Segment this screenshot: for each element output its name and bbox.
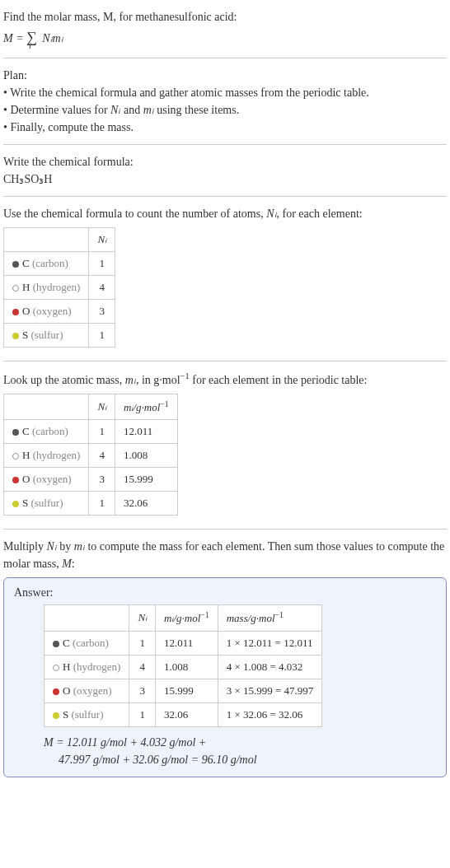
element-symbol: C [63,637,70,649]
element-cell: H (hydrogen) [45,655,129,679]
header-ni: Nᵢ [129,605,156,631]
ni-cell: 1 [89,252,115,276]
element-symbol: H [63,660,70,673]
element-dot-icon [53,688,59,695]
header-mi: mᵢ/g·mol−1 [156,605,218,631]
answer-eqn-line2: 47.997 g/mol + 32.06 g/mol = 96.10 g/mol [59,751,436,768]
element-name: (carbon) [30,425,68,437]
element-symbol: C [22,257,30,269]
element-symbol: O [22,473,30,485]
plan-title: Plan: [3,67,447,84]
element-name: (oxygen) [30,305,71,317]
multiply-mi: mᵢ [74,540,85,553]
count-table: Nᵢ C (carbon) 1 H (hydrogen) 4 O (oxygen… [3,227,115,348]
header-empty [45,605,129,631]
multiply-ni: Nᵢ [47,540,57,553]
plan-item-2: • Determine values for Nᵢ and mᵢ using t… [3,101,447,119]
element-name: (hydrogen) [30,281,80,293]
count-title: Use the chemical formula to count the nu… [3,205,447,222]
plan-item2-post: using these items. [154,104,239,116]
multiply-text: Multiply Nᵢ by mᵢ to compute the mass fo… [3,538,447,572]
plan-item2-ni: Nᵢ [110,104,120,116]
chem-formula-title: Write the chemical formula: [3,153,447,170]
chem-formula-section: Write the chemical formula: CH₃SO₃H [3,148,447,193]
table-row: C (carbon) 1 12.011 [4,420,178,444]
divider [3,529,447,530]
ni-cell: 1 [89,492,115,516]
table-row: H (hydrogen) 4 [4,276,115,300]
header-empty [4,394,89,419]
answer-box: Answer: Nᵢ mᵢ/g·mol−1 mass/g·mol−1 C (ca… [3,577,447,777]
element-name: (carbon) [30,257,68,269]
element-name: (oxygen) [70,684,111,697]
mi-cell: 32.06 [156,702,218,726]
element-cell: O (oxygen) [4,468,89,492]
formula-prefix: M = [3,32,26,44]
mass-cell: 4 × 1.008 = 4.032 [218,655,322,679]
element-cell: S (sulfur) [45,702,129,726]
element-cell: O (oxygen) [45,679,129,702]
lookup-title-pre: Look up the atomic mass, [3,374,125,386]
lookup-title-mid: , in g·mol [136,374,180,386]
lookup-section: Look up the atomic mass, mᵢ, in g·mol−1 … [3,365,447,525]
element-dot-icon [12,453,19,460]
count-title-ni: Nᵢ [266,208,276,220]
lookup-title-post: for each element in the periodic table: [190,374,368,386]
table-row: C (carbon) 1 [4,252,115,276]
lookup-table: Nᵢ mᵢ/g·mol−1 C (carbon) 1 12.011 H (hyd… [3,394,178,516]
mi-cell: 12.011 [156,631,218,655]
multiply-M: M [62,558,72,570]
answer-table: Nᵢ mᵢ/g·mol−1 mass/g·mol−1 C (carbon) 1 … [44,604,322,726]
element-cell: H (hydrogen) [4,444,89,468]
sigma-index: i [29,41,31,50]
mi-cell: 15.999 [115,468,178,492]
table-row: O (oxygen) 3 [4,300,115,324]
intro-section: Find the molar mass, M, for methanesulfo… [3,3,447,54]
answer-equation: M = 12.011 g/mol + 4.032 g/mol + 47.997 … [44,734,436,768]
ni-cell: 1 [89,420,115,444]
mi-cell: 1.008 [115,444,178,468]
mass-cell: 1 × 32.06 = 32.06 [218,702,322,726]
table-row: S (sulfur) 1 32.06 1 × 32.06 = 32.06 [45,702,322,726]
header-ni: Nᵢ [89,394,115,419]
ni-cell: 4 [89,444,115,468]
ni-cell: 1 [129,702,156,726]
intro-formula: M = ∑i Nᵢmᵢ [3,26,447,49]
element-cell: S (sulfur) [4,324,89,348]
plan-item2-pre: • Determine values for [3,104,110,116]
ni-cell: 4 [89,276,115,300]
mi-cell: 1.008 [156,655,218,679]
element-name: (hydrogen) [70,660,120,673]
mass-cell: 3 × 15.999 = 47.997 [218,679,322,702]
table-row: O (oxygen) 3 15.999 3 × 15.999 = 47.997 [45,679,322,702]
element-symbol: C [22,425,30,437]
lookup-title-sup: −1 [180,371,190,380]
element-dot-icon [12,429,19,436]
element-dot-icon [12,309,19,315]
element-dot-icon [53,641,59,647]
element-name: (sulfur) [28,329,63,341]
table-row: H (hydrogen) 4 1.008 [4,444,178,468]
element-symbol: O [63,684,70,697]
mi-cell: 15.999 [156,679,218,702]
count-title-post: , for each element: [277,208,363,220]
intro-text: Find the molar mass, M, for methanesulfo… [3,8,447,26]
element-cell: C (carbon) [4,420,89,444]
count-section: Use the chemical formula to count the nu… [3,200,447,357]
table-row: H (hydrogen) 4 1.008 4 × 1.008 = 4.032 [45,655,322,679]
element-cell: O (oxygen) [4,300,89,324]
element-dot-icon [12,501,19,507]
element-cell: C (carbon) [4,252,89,276]
multiply-pre: Multiply [3,540,47,553]
divider [3,58,447,58]
header-mass: mass/g·mol−1 [218,605,322,631]
formula-body: Nᵢmᵢ [40,32,63,44]
ni-cell: 3 [129,679,156,702]
intro-line1: Find the molar mass, M, for methanesulfo… [3,11,237,23]
table-row: O (oxygen) 3 15.999 [4,468,178,492]
plan-item2-mid: and [120,104,143,116]
lookup-title: Look up the atomic mass, mᵢ, in g·mol−1 … [3,370,447,389]
mi-cell: 32.06 [115,492,178,516]
plan-section: Plan: • Write the chemical formula and g… [3,62,447,141]
header-ni: Nᵢ [89,228,115,252]
